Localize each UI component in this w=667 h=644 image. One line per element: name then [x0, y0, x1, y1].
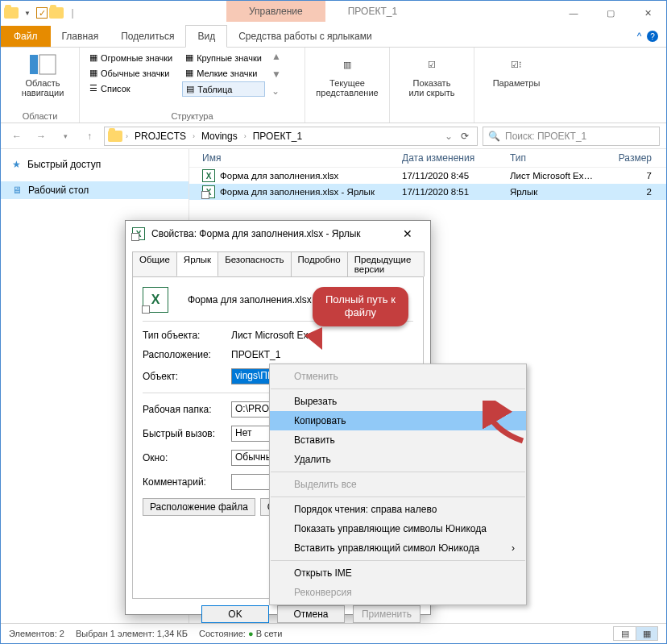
excel-shortcut-icon: X	[202, 185, 215, 198]
nav-desktop[interactable]: 🖥Рабочий стол	[1, 181, 188, 199]
layout-list[interactable]: ☰Список	[86, 81, 176, 95]
layout-large[interactable]: ▦Крупные значки	[182, 51, 265, 64]
ctx-select-all[interactable]: Выделить все	[270, 475, 526, 494]
file-row[interactable]: XФорма для заполнения.xlsx 17/11/2020 8:…	[189, 168, 666, 184]
ctx-rtl[interactable]: Порядок чтения: справа налево	[270, 500, 526, 519]
tiles-icon: ▦	[185, 68, 193, 78]
col-name[interactable]: Имя	[193, 152, 402, 164]
tiles-icon: ▦	[185, 52, 193, 63]
apply-button[interactable]: Применить	[353, 605, 420, 623]
tab-security[interactable]: Безопасность	[218, 251, 291, 276]
close-button[interactable]: ✕	[629, 1, 666, 25]
ctx-undo[interactable]: Отменить	[270, 367, 526, 386]
cancel-button[interactable]: Отмена	[277, 605, 345, 623]
col-size[interactable]: Размер	[618, 152, 658, 164]
dialog-titlebar: X Свойства: Форма для заполнения.xlsx - …	[126, 221, 430, 247]
current-view-button[interactable]: ▥Текущее представление	[312, 51, 383, 98]
label-startin: Рабочая папка:	[143, 404, 223, 415]
layout-normal[interactable]: ▦Обычные значки	[86, 66, 176, 80]
svg-rect-0	[30, 55, 38, 74]
view-switcher: ▤ ▦	[613, 626, 658, 641]
layout-small[interactable]: ▦Мелкие значки	[182, 66, 265, 80]
group-label: Области	[7, 111, 72, 121]
ctx-delete[interactable]: Удалить	[270, 450, 526, 469]
folder-icon	[49, 6, 64, 20]
quick-access-toolbar: ▼ ✓ |	[1, 1, 83, 25]
expand-icon[interactable]: ⌄	[271, 85, 281, 97]
ctx-show-unicode[interactable]: Показать управляющие символы Юникода	[270, 519, 526, 538]
crumb[interactable]: ПРОЕКТ_1	[250, 131, 305, 142]
forward-button[interactable]: →	[31, 127, 51, 146]
tab-share[interactable]: Поделиться	[110, 26, 185, 47]
annotation-callout: Полный путь кфайлу	[313, 287, 408, 326]
label-object-type: Тип объекта:	[143, 330, 223, 341]
details-view-button[interactable]: ▤	[613, 626, 636, 641]
folder-icon	[108, 131, 122, 142]
tab-general[interactable]: Общие	[132, 251, 177, 276]
help-button[interactable]: ^ ?	[629, 26, 666, 48]
search-input[interactable]: 🔍 Поиск: ПРОЕКТ_1	[483, 127, 660, 146]
status-count: Элементов: 2	[9, 629, 64, 638]
ctx-insert-unicode[interactable]: Вставить управляющий символ Юникода›	[270, 538, 526, 558]
scroll-up-icon[interactable]: ▲	[271, 51, 281, 62]
col-date[interactable]: Дата изменения	[402, 152, 510, 164]
tab-view[interactable]: Вид	[185, 25, 227, 48]
list-icon: ☰	[89, 83, 97, 93]
tiles-icon: ▦	[89, 68, 97, 78]
up-button[interactable]: ↑	[80, 127, 99, 146]
dropdown-icon[interactable]: ▼	[20, 6, 35, 20]
dropdown-icon[interactable]: ⌄	[445, 131, 453, 142]
dialog-close-button[interactable]: ✕	[392, 227, 424, 240]
tab-home[interactable]: Главная	[51, 26, 110, 47]
annotation-arrow	[483, 401, 531, 449]
excel-shortcut-icon: X	[143, 287, 168, 313]
tab-prev-versions[interactable]: Предыдущие версии	[347, 251, 425, 276]
label-run: Окно:	[143, 452, 223, 463]
tab-file[interactable]: Файл	[1, 26, 51, 47]
window-title: ПРОЕКТ_1	[325, 1, 420, 22]
panes-icon	[29, 52, 56, 77]
tab-shortcut-tools[interactable]: Средства работы с ярлыками	[227, 26, 383, 47]
tab-details[interactable]: Подробно	[291, 251, 348, 276]
back-button[interactable]: ←	[7, 127, 27, 146]
excel-icon: X	[202, 169, 215, 182]
open-file-location-button[interactable]: Расположение файла	[143, 498, 255, 516]
scroll-down-icon[interactable]: ▼	[271, 69, 281, 80]
value-location: ПРОЕКТ_1	[231, 349, 280, 360]
recent-button[interactable]: ▾	[56, 127, 75, 146]
label-target: Объект:	[143, 371, 223, 382]
group-label: Структура	[86, 111, 298, 121]
columns-icon: ▥	[334, 52, 361, 77]
checkbox-icon[interactable]: ✓	[36, 7, 48, 19]
folder-icon	[4, 6, 19, 20]
nav-pane-button[interactable]: Область навигации	[7, 51, 78, 98]
search-icon: 🔍	[488, 131, 500, 142]
minimize-button[interactable]: —	[555, 1, 592, 25]
layout-huge[interactable]: ▦Огромные значки	[86, 51, 176, 64]
file-row[interactable]: XФорма для заполнения.xlsx - Ярлык 17/11…	[189, 184, 666, 200]
dialog-tabs: Общие Ярлык Безопасность Подробно Предыд…	[126, 247, 430, 276]
options-button[interactable]: ☑⁝Параметры	[481, 51, 552, 88]
crumb[interactable]: Movings	[198, 131, 241, 142]
tiles-view-button[interactable]: ▦	[636, 626, 658, 641]
column-headers[interactable]: Имя Дата изменения Тип Размер	[189, 149, 666, 168]
explorer-window: { "titlebar": {"manage": "Управление", "…	[0, 0, 667, 644]
ok-button[interactable]: OK	[201, 605, 269, 623]
options-icon: ☑⁝	[503, 52, 530, 77]
col-type[interactable]: Тип	[510, 152, 618, 164]
address-field[interactable]: ›PROJECTS ›Movings ›ПРОЕКТ_1 ⌄ ⟳	[104, 127, 478, 146]
tab-manage[interactable]: Управление	[226, 1, 325, 22]
label-hotkey: Быстрый вызов:	[143, 428, 223, 439]
maximize-button[interactable]: ▢	[592, 1, 629, 25]
nav-quick-access[interactable]: ★Быстрый доступ	[1, 156, 188, 173]
ctx-open-ime[interactable]: Открыть IME	[270, 563, 526, 583]
ctx-reconversion[interactable]: Реконверсия	[270, 583, 526, 602]
crumb[interactable]: PROJECTS	[131, 131, 189, 142]
layout-table[interactable]: ▤Таблица	[182, 81, 265, 97]
show-hide-button[interactable]: ☑Показать или скрыть	[396, 51, 467, 98]
titlebar: ▼ ✓ | Управление ПРОЕКТ_1 — ▢ ✕	[1, 1, 666, 25]
address-bar: ← → ▾ ↑ ›PROJECTS ›Movings ›ПРОЕКТ_1 ⌄ ⟳…	[1, 123, 666, 149]
ribbon-tabs: Файл Главная Поделиться Вид Средства раб…	[1, 25, 666, 48]
tab-shortcut[interactable]: Ярлык	[176, 251, 218, 276]
refresh-icon[interactable]: ⟳	[456, 131, 474, 142]
